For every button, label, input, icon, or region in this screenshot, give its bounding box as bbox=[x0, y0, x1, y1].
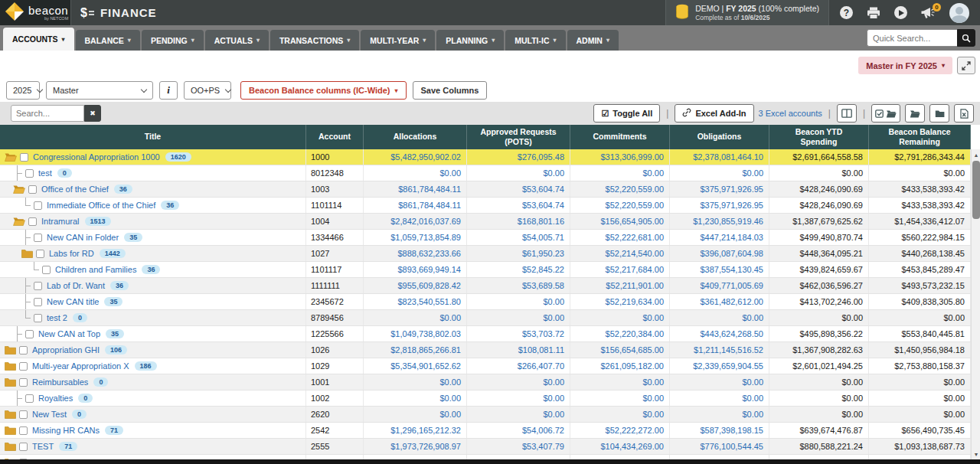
table-row[interactable]: Multi-year Appropriation X1861029$5,354,… bbox=[0, 358, 971, 374]
allocations-cell[interactable]: $0.00 bbox=[364, 374, 467, 390]
approved-requests-pots-cell[interactable]: $52,845.22 bbox=[467, 262, 570, 277]
commitments-cell[interactable]: $52,211,901.00 bbox=[570, 278, 670, 293]
table-row[interactable]: Labs for RD14421027$888,632,233.66$61,95… bbox=[0, 246, 971, 262]
table-row[interactable]: Intramural15131004$2,842,016,037.69$168,… bbox=[0, 214, 971, 230]
clear-search-icon[interactable]: ✖ bbox=[84, 105, 101, 122]
approved-requests-pots-cell[interactable]: $168,801.16 bbox=[467, 214, 570, 229]
obligations-cell[interactable]: $1,211,145,516.52 bbox=[670, 342, 769, 358]
approved-requests-pots-cell[interactable]: $54,005.71 bbox=[467, 230, 570, 245]
row-checkbox[interactable] bbox=[42, 266, 51, 274]
commitments-cell[interactable]: $52,220,384.00 bbox=[570, 326, 670, 341]
master-version-button[interactable]: Master in FY 2025▾ bbox=[858, 57, 952, 74]
row-checkbox[interactable] bbox=[34, 298, 42, 306]
announcements-icon[interactable]: 0 bbox=[921, 7, 936, 19]
allocations-cell[interactable]: $0.00 bbox=[364, 390, 467, 406]
tab-multi-year[interactable]: MULTI-YEAR▾ bbox=[361, 30, 435, 51]
obligations-cell[interactable]: $0.00 bbox=[670, 310, 769, 325]
approved-requests-pots-cell[interactable]: $53,604.74 bbox=[467, 181, 570, 197]
folder-closed-icon[interactable] bbox=[5, 442, 16, 451]
account-title-link[interactable]: Lab of Dr. Want bbox=[47, 281, 105, 290]
account-title-link[interactable]: New CAN at Top bbox=[38, 329, 100, 338]
table-row[interactable]: New CAN title352345672$823,540,551.80$0.… bbox=[0, 294, 971, 310]
commitments-cell[interactable]: $52,217,684.00 bbox=[570, 262, 670, 277]
account-title-link[interactable]: Multi-year Appropriation X bbox=[32, 361, 129, 371]
row-checkbox[interactable] bbox=[25, 330, 34, 338]
approved-requests-pots-cell[interactable]: $53,689.58 bbox=[467, 278, 570, 293]
allocations-cell[interactable]: $0.00 bbox=[364, 407, 467, 422]
tab-multi-ic[interactable]: MULTI-IC▾ bbox=[505, 30, 565, 51]
table-row[interactable]: TEST712555$1,973,726,908.97$53,407.79$10… bbox=[0, 439, 971, 455]
folder-closed-icon[interactable] bbox=[5, 410, 16, 419]
commitments-cell[interactable]: $52,222,681.00 bbox=[570, 230, 670, 245]
table-row[interactable]: Children and Families361101117$893,669,9… bbox=[0, 262, 971, 278]
table-row[interactable]: Lab of Dr. Want361111111$955,609,828.42$… bbox=[0, 278, 971, 294]
save-columns-button[interactable]: Save Columns bbox=[413, 81, 488, 100]
scrollbar-thumb[interactable] bbox=[972, 161, 980, 219]
excel-addin-button[interactable]: Excel Add-In bbox=[675, 104, 753, 123]
toggle-all-button[interactable]: ☑ Toggle All bbox=[593, 104, 660, 123]
user-avatar[interactable] bbox=[949, 3, 969, 23]
table-row[interactable]: test 208789456$0.00$0.00$0.00$0.00$0.00$… bbox=[0, 310, 971, 326]
tab-planning[interactable]: PLANNING▾ bbox=[436, 30, 504, 51]
allocations-cell[interactable]: $955,609,828.42 bbox=[364, 278, 467, 293]
account-title-link[interactable]: Appropriation GHI bbox=[32, 345, 100, 355]
approved-requests-pots-cell[interactable]: $61,950.23 bbox=[467, 246, 570, 261]
commitments-cell[interactable]: $52,220,559.00 bbox=[570, 181, 670, 197]
row-checkbox[interactable] bbox=[25, 394, 34, 403]
column-header-beacon-ytd-spending[interactable]: Beacon YTD Spending bbox=[769, 125, 869, 149]
print-icon[interactable] bbox=[867, 7, 880, 19]
account-title-link[interactable]: New CAN title bbox=[47, 297, 99, 306]
column-header-allocations[interactable]: Allocations bbox=[364, 125, 467, 149]
allocations-cell[interactable]: $5,354,901,652.62 bbox=[364, 358, 467, 374]
commitments-cell[interactable]: $52,219,634.00 bbox=[570, 294, 670, 309]
expand-folders-icon[interactable] bbox=[905, 104, 925, 123]
commitments-cell[interactable]: $0.00 bbox=[570, 407, 670, 422]
export-excel-icon[interactable] bbox=[954, 104, 974, 123]
obligations-cell[interactable]: $375,971,926.95 bbox=[670, 198, 769, 213]
account-title-link[interactable]: test bbox=[38, 168, 52, 178]
commitments-cell[interactable]: $52,214,540.00 bbox=[570, 246, 670, 261]
obligations-cell[interactable]: $396,087,604.98 bbox=[670, 246, 769, 261]
obligations-cell[interactable]: $443,624,268.50 bbox=[670, 326, 769, 341]
select-folders-icon[interactable] bbox=[871, 104, 900, 123]
row-checkbox[interactable] bbox=[19, 426, 28, 435]
account-title-link[interactable]: test 2 bbox=[47, 313, 67, 322]
tab-actuals[interactable]: ACTUALS▾ bbox=[205, 30, 269, 51]
obligations-cell[interactable]: $2,339,659,904.55 bbox=[670, 358, 769, 374]
approved-requests-pots-cell[interactable]: $0.00 bbox=[467, 390, 570, 406]
tab-balance[interactable]: BALANCE▾ bbox=[76, 30, 140, 51]
allocations-cell[interactable]: $893,669,949.14 bbox=[364, 262, 467, 277]
approved-requests-pots-cell[interactable]: $53,407.79 bbox=[467, 439, 570, 454]
excel-accounts-link[interactable]: 3 Excel accounts bbox=[759, 109, 822, 118]
row-checkbox[interactable] bbox=[28, 217, 37, 226]
column-header-beacon-balance-remaining[interactable]: Beacon Balance Remaining bbox=[869, 125, 971, 149]
approved-requests-pots-cell[interactable]: $108,081.11 bbox=[467, 342, 570, 358]
row-checkbox[interactable] bbox=[34, 201, 42, 210]
commitments-cell[interactable]: $0.00 bbox=[570, 374, 670, 390]
table-row[interactable]: New Test02620$0.00$0.00$0.00$0.00$0.00$0… bbox=[0, 407, 971, 423]
table-row[interactable]: Reimbursables01001$0.00$0.00$0.00$0.00$0… bbox=[0, 374, 971, 390]
allocations-cell[interactable]: $5,482,950,902.02 bbox=[364, 149, 467, 165]
obligations-cell[interactable]: $0.00 bbox=[670, 165, 769, 181]
obligations-cell[interactable]: $375,971,926.95 bbox=[670, 181, 769, 197]
allocations-cell[interactable]: $861,784,484.11 bbox=[364, 198, 467, 213]
commitments-cell[interactable]: $313,306,999.00 bbox=[570, 149, 670, 165]
scroll-up-arrow[interactable]: ▲ bbox=[972, 149, 980, 160]
table-search-input[interactable] bbox=[11, 105, 84, 122]
account-title-link[interactable]: New Test bbox=[32, 410, 67, 419]
column-header-obligations[interactable]: Obligations bbox=[670, 125, 769, 149]
folder-closed-icon[interactable] bbox=[5, 426, 16, 435]
account-title-link[interactable]: Reimbursables bbox=[32, 377, 88, 387]
allocations-cell[interactable]: $0.00 bbox=[364, 310, 467, 325]
allocations-cell[interactable]: $1,049,738,802.03 bbox=[364, 326, 467, 341]
tab-admin[interactable]: ADMIN▾ bbox=[567, 30, 619, 51]
balance-columns-button[interactable]: Beacon Balance columns (IC-Wide)▾ bbox=[240, 81, 407, 100]
obligations-cell[interactable]: $361,482,612.00 bbox=[670, 294, 769, 309]
column-layout-icon[interactable] bbox=[837, 104, 857, 123]
table-row[interactable]: New CAN at Top351225566$1,049,738,802.03… bbox=[0, 326, 971, 342]
obligations-cell[interactable]: $0.00 bbox=[670, 374, 769, 390]
obligations-cell[interactable]: $587,398,198.15 bbox=[670, 423, 769, 438]
folder-open-icon[interactable] bbox=[13, 217, 25, 226]
obligations-cell[interactable]: $1,230,855,919.46 bbox=[670, 214, 769, 229]
row-checkbox[interactable] bbox=[36, 250, 44, 258]
